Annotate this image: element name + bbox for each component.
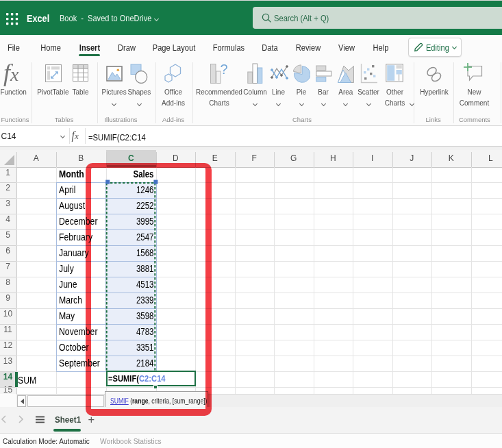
svg-text:?: ? bbox=[221, 63, 228, 77]
